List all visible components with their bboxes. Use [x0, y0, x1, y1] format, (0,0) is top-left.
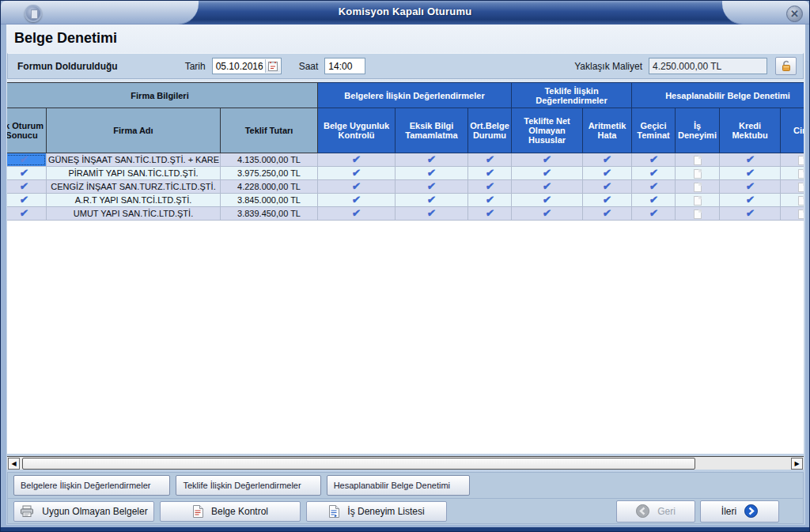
column-header-10[interactable]: Kredi Mektubu [720, 108, 781, 153]
evaluation-cell-7[interactable]: ✔ [720, 207, 781, 221]
evaluation-cell-2[interactable]: ✔ [468, 167, 512, 180]
bid-amount-cell[interactable]: 4.135.000,00 TL [221, 153, 318, 167]
firm-name-cell[interactable]: A.R.T YAPI SAN.TCİ.LTD.ŞTİ. [47, 194, 221, 207]
column-header-9[interactable]: İş Deneyimi [676, 108, 720, 153]
evaluation-cell-8[interactable] [781, 180, 804, 194]
table-row[interactable]: ✔PİRAMİT YAPI SAN.TİC.LTD.ŞTİ.3.975.250,… [7, 167, 804, 180]
evaluation-cell-2[interactable]: ✔ [468, 180, 512, 194]
evaluation-cell-2[interactable]: ✔ [468, 194, 512, 207]
evaluation-cell-4[interactable]: ✔ [583, 180, 632, 194]
column-header-8[interactable]: Geçici Teminat [632, 108, 676, 153]
check-icon: ✔ [351, 209, 361, 217]
evaluation-cell-1[interactable]: ✔ [396, 167, 468, 180]
horizontal-scrollbar[interactable]: ◀ ▶ [7, 456, 804, 470]
evaluation-cell-5[interactable]: ✔ [632, 153, 676, 167]
column-header-2[interactable]: Teklif Tutarı [221, 108, 318, 153]
evaluation-cell-1[interactable]: ✔ [396, 153, 468, 167]
action-button-2[interactable]: İş Deneyim Listesi [306, 501, 447, 522]
evaluation-cell-8[interactable] [781, 194, 804, 207]
date-field[interactable]: 05.10.2016 [212, 58, 282, 74]
evaluation-cell-7[interactable]: ✔ [720, 167, 781, 180]
column-header-5[interactable]: Ort.Belge Durumu [468, 108, 512, 153]
lock-button[interactable] [775, 57, 797, 75]
column-header-3[interactable]: Belge Uygunluk Kontrolü [318, 108, 396, 153]
firm-name-cell[interactable]: PİRAMİT YAPI SAN.TİC.LTD.ŞTİ. [47, 167, 221, 180]
evaluation-cell-2[interactable]: ✔ [468, 153, 512, 167]
firm-name-cell[interactable]: GÜNEŞ İNŞAAT SAN.TİC.LTD.ŞTİ. + KARE YA [47, 153, 221, 167]
check-icon: ✔ [351, 168, 361, 177]
next-button[interactable]: İleri [700, 500, 779, 523]
column-header-0[interactable]: İlk Oturum Sonucu [7, 108, 47, 153]
bid-amount-cell[interactable]: 4.228.000,00 TL [221, 180, 318, 194]
evaluation-cell-4[interactable]: ✔ [583, 207, 632, 221]
column-header-11[interactable]: Ciro [781, 108, 804, 153]
evaluation-cell-3[interactable]: ✔ [512, 194, 583, 207]
evaluation-cell-1[interactable]: ✔ [396, 207, 468, 221]
evaluation-cell-0[interactable]: ✔ [318, 207, 396, 221]
evaluation-cell-6[interactable] [676, 194, 720, 207]
evaluation-cell-1[interactable]: ✔ [396, 180, 468, 194]
evaluation-cell-8[interactable] [781, 207, 804, 221]
column-header-1[interactable]: Firma Adı [47, 108, 221, 153]
time-field[interactable]: 14:00 [324, 58, 365, 74]
evaluation-cell-1[interactable]: ✔ [396, 194, 468, 207]
table-row[interactable]: ✔CENGİZ İNŞAAT SAN.TURZ.TİC.LTD.ŞTİ.4.22… [7, 180, 804, 194]
back-button[interactable]: Geri [616, 500, 695, 523]
column-header-4[interactable]: Eksik Bilgi Tamamlatma [396, 108, 468, 153]
column-header-7[interactable]: Aritmetik Hata [583, 108, 632, 153]
evaluation-cell-5[interactable]: ✔ [632, 207, 676, 221]
firm-name-cell[interactable]: UMUT YAPI SAN.TİC.LTD.ŞTİ. [47, 207, 221, 221]
firm-name-cell[interactable]: CENGİZ İNŞAAT SAN.TURZ.TİC.LTD.ŞTİ. [47, 180, 221, 194]
evaluation-cell-3[interactable]: ✔ [512, 207, 583, 221]
evaluation-cell-8[interactable] [781, 167, 804, 180]
check-icon: ✔ [351, 182, 361, 191]
evaluation-cell-3[interactable]: ✔ [512, 167, 583, 180]
dropdown-button-2[interactable]: Hesaplanabilir Belge Denetimi [327, 475, 470, 496]
evaluation-cell-7[interactable]: ✔ [720, 153, 781, 167]
evaluation-cell-7[interactable]: ✔ [720, 180, 781, 194]
evaluation-cell-4[interactable]: ✔ [583, 153, 632, 167]
scroll-right-icon[interactable]: ▶ [791, 458, 803, 470]
table-row[interactable]: ✔A.R.T YAPI SAN.TCİ.LTD.ŞTİ.3.845.000,00… [7, 194, 804, 207]
table-row[interactable]: ✔UMUT YAPI SAN.TİC.LTD.ŞTİ.3.839.450,00 … [7, 207, 804, 221]
close-icon[interactable]: ✕ [786, 6, 803, 22]
first-session-result-cell[interactable]: ✔ [7, 194, 47, 207]
evaluation-cell-0[interactable]: ✔ [318, 180, 396, 194]
evaluation-cell-5[interactable]: ✔ [632, 194, 676, 207]
evaluation-cell-4[interactable]: ✔ [583, 167, 632, 180]
column-header-6[interactable]: Teklifte Net Olmayan Hususlar [512, 108, 583, 153]
evaluation-cell-8[interactable] [781, 153, 804, 167]
evaluation-cell-0[interactable]: ✔ [318, 194, 396, 207]
evaluation-cell-0[interactable]: ✔ [318, 167, 396, 180]
first-session-result-cell[interactable]: ✔ [7, 180, 47, 194]
document-icon [798, 183, 804, 192]
bid-amount-cell[interactable]: 3.975.250,00 TL [221, 167, 318, 180]
first-session-result-cell[interactable]: ✔ [7, 207, 47, 221]
evaluation-cell-5[interactable]: ✔ [632, 167, 676, 180]
evaluation-cell-5[interactable]: ✔ [632, 180, 676, 194]
evaluation-cell-4[interactable]: ✔ [583, 194, 632, 207]
dropdown-button-0[interactable]: Belgelere İlişkin Değerlendirmeler [13, 475, 170, 496]
check-icon: ✔ [542, 209, 551, 217]
dropdown-button-1[interactable]: Teklife İlişkin Değerlendirmeler [176, 475, 320, 496]
action-button-0[interactable]: Uygun Olmayan Belgeler [13, 501, 154, 522]
first-session-result-cell[interactable]: ✔ [7, 167, 47, 180]
calendar-icon[interactable] [265, 59, 280, 73]
evaluation-cell-3[interactable]: ✔ [512, 153, 583, 167]
evaluation-cell-6[interactable] [676, 167, 720, 180]
scrollbar-thumb[interactable] [22, 458, 695, 470]
scroll-left-icon[interactable]: ◀ [8, 458, 20, 470]
evaluation-cell-6[interactable] [676, 180, 720, 194]
first-session-result-cell[interactable]: ✔ [7, 153, 47, 167]
evaluation-cell-3[interactable]: ✔ [512, 180, 583, 194]
table-row[interactable]: ✔GÜNEŞ İNŞAAT SAN.TİC.LTD.ŞTİ. + KARE YA… [7, 153, 804, 167]
evaluation-cell-6[interactable] [676, 153, 720, 167]
evaluation-cell-6[interactable] [676, 207, 720, 221]
evaluation-cell-0[interactable]: ✔ [318, 153, 396, 167]
bid-amount-cell[interactable]: 3.839.450,00 TL [221, 207, 318, 221]
action-button-1[interactable]: Belge Kontrol [160, 501, 301, 522]
window-title: Komisyon Kapalı Oturumu [1, 6, 809, 17]
evaluation-cell-7[interactable]: ✔ [720, 194, 781, 207]
bid-amount-cell[interactable]: 3.845.000,00 TL [221, 194, 318, 207]
evaluation-cell-2[interactable]: ✔ [468, 207, 512, 221]
